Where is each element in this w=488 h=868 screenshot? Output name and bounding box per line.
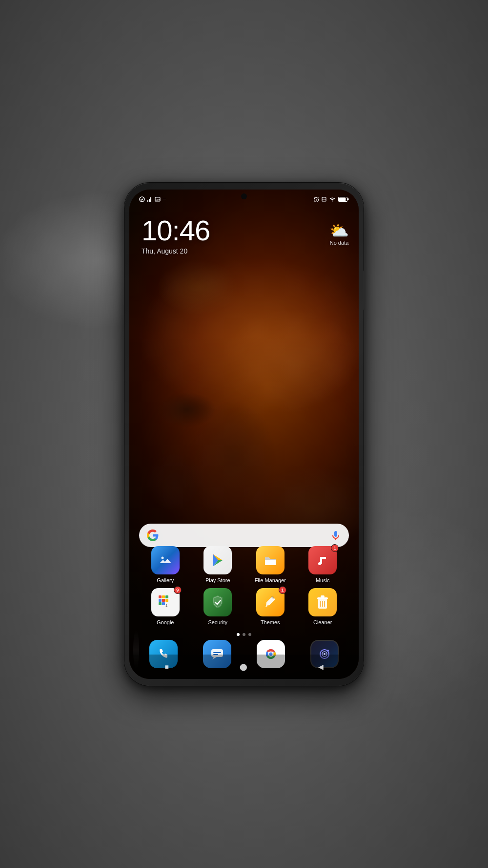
gallery-app-icon	[151, 546, 180, 574]
app-themes[interactable]: 1 Themes	[251, 588, 290, 625]
svg-rect-10	[339, 197, 346, 201]
themes-label: Themes	[261, 619, 280, 625]
screenshot-icon	[322, 197, 326, 202]
weather-condition-icon: ⛅	[329, 221, 349, 240]
weather-widget[interactable]: ⛅ No data	[329, 221, 349, 246]
phone-shell: SIM ···	[124, 183, 364, 686]
svg-point-0	[140, 197, 144, 202]
svg-rect-3	[150, 197, 151, 202]
microphone-icon[interactable]	[330, 529, 342, 541]
nav-home-button[interactable]: ⬤	[240, 663, 247, 671]
security-app-icon	[203, 588, 232, 616]
security-icon-wrapper	[203, 588, 232, 616]
nav-back-button[interactable]: ◀	[318, 663, 324, 671]
music-svg	[315, 553, 330, 568]
status-right-icons	[313, 196, 349, 202]
playstore-app-icon	[203, 546, 232, 574]
svg-rect-1	[147, 200, 148, 202]
music-label: Music	[316, 577, 330, 583]
music-badge: 1	[331, 544, 339, 552]
svg-rect-21	[165, 595, 168, 598]
playstore-label: Play Store	[205, 577, 230, 583]
app-gallery[interactable]: Gallery	[146, 546, 185, 583]
phone-screen: SIM ···	[129, 190, 359, 679]
app-filemanager[interactable]: File Manager	[251, 546, 290, 583]
music-icon-wrapper: 1	[308, 546, 337, 574]
battery-icon	[338, 196, 349, 202]
cleaner-icon-wrapper	[308, 588, 337, 616]
app-cleaner[interactable]: Cleaner	[303, 588, 342, 625]
svg-rect-31	[321, 595, 325, 597]
google-icon-wrapper: 1 9	[151, 588, 180, 616]
security-label: Security	[208, 619, 227, 625]
themes-badge: 1	[279, 586, 286, 594]
svg-rect-26	[162, 602, 165, 605]
google-search-bar[interactable]	[139, 524, 349, 547]
app-grid: Gallery	[139, 546, 349, 630]
page-dot-2	[243, 633, 245, 636]
filemanager-label: File Manager	[255, 577, 286, 583]
svg-point-46	[327, 650, 329, 652]
google-grid-svg: 1	[157, 594, 174, 611]
playstore-icon-wrapper	[203, 546, 232, 574]
camera-punch-hole	[241, 193, 247, 199]
app-row-2: 1 9 Google	[139, 588, 349, 625]
cleaner-app-icon	[308, 588, 337, 616]
app-music[interactable]: 1 Music	[303, 546, 342, 583]
status-left-icons: SIM ···	[139, 196, 166, 202]
svg-rect-37	[213, 652, 221, 653]
svg-rect-23	[162, 599, 165, 602]
page-dot-1	[237, 633, 240, 636]
themes-icon-wrapper: 1	[256, 588, 285, 616]
google-badge: 9	[174, 586, 182, 594]
svg-rect-11	[347, 198, 349, 200]
svg-rect-12	[160, 554, 171, 566]
phone-device: SIM ···	[124, 183, 364, 686]
page-indicator	[129, 633, 359, 636]
weather-no-data-text: No data	[330, 240, 349, 246]
check-icon	[139, 196, 145, 202]
google-logo	[146, 529, 159, 542]
gallery-svg	[158, 553, 173, 568]
google-label: Google	[157, 619, 174, 625]
gallery-label: Gallery	[157, 577, 174, 583]
nav-recents-button[interactable]: ■	[164, 663, 168, 671]
navigation-bar: ■ ⬤ ◀	[129, 655, 359, 679]
svg-rect-24	[165, 599, 168, 602]
svg-rect-20	[162, 595, 165, 598]
sim-icon: SIM	[155, 197, 161, 202]
security-svg	[210, 594, 225, 610]
filemanager-icon-wrapper	[256, 546, 285, 574]
playstore-svg	[210, 552, 225, 568]
clock-widget: 10:46 Thu, August 20	[142, 216, 210, 255]
signal-icon	[147, 196, 152, 202]
clock-time: 10:46	[142, 216, 210, 245]
svg-rect-19	[159, 595, 162, 598]
svg-text:1: 1	[165, 603, 168, 608]
svg-rect-2	[149, 199, 150, 202]
page-dot-3	[248, 633, 251, 636]
gallery-icon-wrapper	[151, 546, 180, 574]
alarm-icon	[313, 196, 319, 202]
app-security[interactable]: Security	[198, 588, 237, 625]
cleaner-svg	[316, 594, 329, 611]
svg-rect-22	[159, 599, 162, 602]
filemanager-app-icon	[256, 546, 285, 574]
wifi-icon	[329, 197, 336, 202]
app-row-1: Gallery	[139, 546, 349, 583]
app-google[interactable]: 1 9 Google	[146, 588, 185, 625]
svg-rect-25	[159, 602, 162, 605]
clock-date: Thu, August 20	[142, 247, 210, 255]
themes-svg	[263, 594, 278, 610]
filemanager-svg	[263, 552, 278, 568]
dots-icon: ···	[163, 197, 166, 201]
app-playstore[interactable]: Play Store	[198, 546, 237, 583]
cleaner-label: Cleaner	[313, 619, 332, 625]
svg-rect-30	[317, 597, 328, 599]
svg-text:SIM: SIM	[156, 198, 160, 201]
svg-point-13	[161, 556, 163, 559]
status-bar: SIM ···	[129, 190, 359, 209]
